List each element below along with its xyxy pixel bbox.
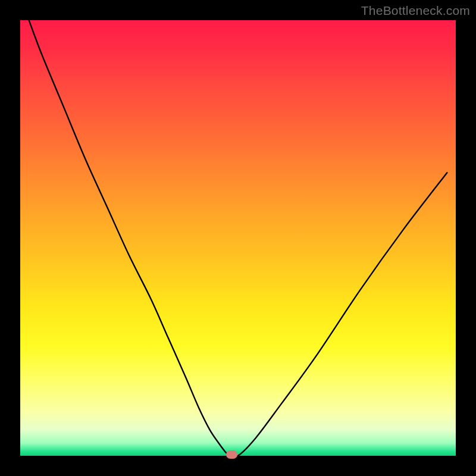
optimum-marker [226,450,237,458]
curve-right-branch [229,173,447,456]
curve-svg [20,20,456,456]
watermark-text: TheBottleneck.com [361,4,470,18]
plot-area [20,20,456,456]
curve-left-branch [29,20,230,456]
chart-frame: TheBottleneck.com [0,0,476,476]
